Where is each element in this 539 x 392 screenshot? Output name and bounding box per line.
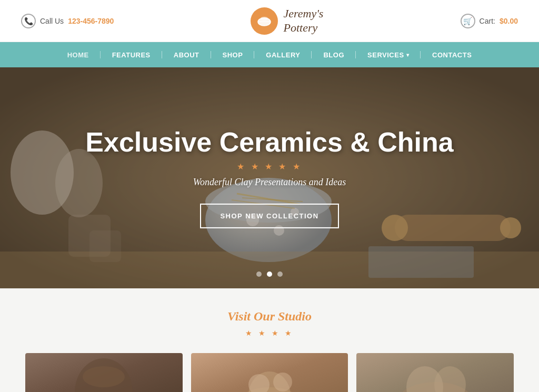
card-classes-image <box>206 353 333 392</box>
logo-bowl-icon <box>256 13 272 29</box>
logo[interactable]: Jeremy'sPottery <box>251 7 323 35</box>
nav-features[interactable]: FEATURES <box>101 42 162 67</box>
shop-new-collection-button[interactable]: SHOP NEW COLLECTION <box>200 204 338 228</box>
hero-subtitle: Wonderful Clay Presentations and Ideas <box>85 177 454 188</box>
logo-text: Jeremy'sPottery <box>283 7 323 35</box>
nav-home[interactable]: HOME <box>56 42 101 67</box>
card-classes-bg <box>191 353 348 392</box>
nav-blog[interactable]: BLOG <box>312 42 356 67</box>
call-label: Call Us <box>40 17 64 25</box>
phone-icon: 📞 <box>21 14 36 28</box>
visit-stars: ★ ★ ★ ★ <box>21 329 518 337</box>
svg-point-29 <box>273 373 292 391</box>
visit-title: Visit Our Studio <box>21 309 518 324</box>
card-blog-bg <box>356 353 514 392</box>
nav-shop[interactable]: SHOP <box>211 42 255 67</box>
hero-dot-1[interactable] <box>256 272 262 277</box>
card-shop-image <box>41 353 167 392</box>
nav-services[interactable]: SERVICES ▾ <box>356 42 421 67</box>
card-blog[interactable]: Blog <box>356 353 514 392</box>
cart-label: Cart: <box>480 17 495 25</box>
cart-price: $0.00 <box>500 17 518 25</box>
nav-gallery[interactable]: GALLERY <box>254 42 312 67</box>
card-classes[interactable]: Classes <box>191 353 348 392</box>
hero-content: Exclusive Ceramics & China ★ ★ ★ ★ ★ Won… <box>85 127 454 228</box>
visit-section: Visit Our Studio ★ ★ ★ ★ <box>0 288 539 337</box>
cards-row: Shop Classes Blog <box>0 353 539 392</box>
hero-dot-2[interactable] <box>267 272 272 277</box>
hero-dot-3[interactable] <box>277 272 283 277</box>
phone-number[interactable]: 123-456-7890 <box>68 17 114 25</box>
svg-point-32 <box>434 366 466 392</box>
hero-title: Exclusive Ceramics & China <box>85 127 454 157</box>
hero-stars: ★ ★ ★ ★ ★ <box>85 162 454 172</box>
contact-info: 📞 Call Us 123-456-7890 <box>21 14 114 28</box>
nav-about[interactable]: ABOUT <box>162 42 211 67</box>
card-shop-bg <box>25 353 183 392</box>
cart-info[interactable]: 🛒 Cart: $0.00 <box>461 14 518 28</box>
cart-icon: 🛒 <box>461 14 475 28</box>
site-header: 📞 Call Us 123-456-7890 Jeremy'sPottery 🛒… <box>0 0 539 42</box>
svg-rect-2 <box>258 21 271 22</box>
card-blog-image <box>372 353 498 392</box>
svg-point-24 <box>83 366 125 387</box>
nav-contacts[interactable]: CONTACTS <box>421 42 483 67</box>
hero-section: Exclusive Ceramics & China ★ ★ ★ ★ ★ Won… <box>0 67 539 288</box>
services-dropdown-arrow: ▾ <box>406 52 410 58</box>
hero-dots <box>256 272 283 277</box>
logo-icon <box>251 7 278 35</box>
main-nav: HOME FEATURES ABOUT SHOP GALLERY BLOG SE… <box>0 42 539 67</box>
svg-point-3 <box>261 16 268 21</box>
card-shop[interactable]: Shop <box>25 353 183 392</box>
